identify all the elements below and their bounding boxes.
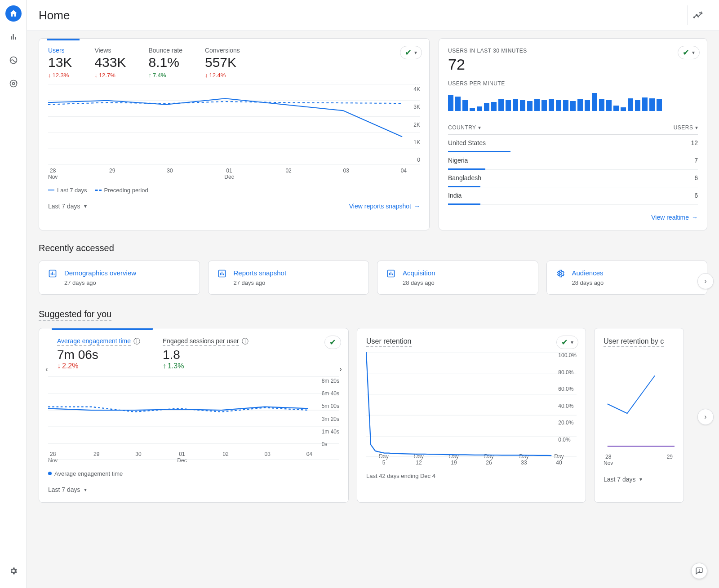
chevron-down-icon: ▾ xyxy=(478,124,481,131)
help-icon[interactable]: ⓘ xyxy=(133,337,140,346)
view-reports-snapshot-link[interactable]: View reports snapshot→ xyxy=(349,203,420,210)
retention-chart: 100.0%80.0%60.0%40.0%20.0%0.0% xyxy=(366,352,577,451)
overview-active-tab-indicator xyxy=(47,39,80,40)
chevron-down-icon: ▾ xyxy=(571,339,573,345)
recent-card[interactable]: Acquisition28 days ago xyxy=(377,261,538,295)
svg-point-37 xyxy=(699,571,699,572)
sidebar xyxy=(0,0,27,588)
engagement-status-dropdown[interactable]: ✔ xyxy=(324,336,341,349)
svg-point-6 xyxy=(701,13,702,13)
chevron-down-icon: ▾ xyxy=(414,49,417,56)
overview-legend: Last 7 days Preceding period xyxy=(48,187,420,194)
engagement-card: ✔ ‹ › Average engagement time ⓘ 7m 06s ↓… xyxy=(39,328,349,503)
sidebar-advertising-icon[interactable] xyxy=(5,52,22,68)
retention-title: User retention xyxy=(366,337,577,347)
avg-engagement-delta: ↓2.2% xyxy=(57,362,140,370)
engagement-legend: Average engagement time xyxy=(48,470,339,477)
chevron-right-icon: › xyxy=(704,413,706,421)
recent-card[interactable]: Demographics overview27 days ago xyxy=(39,261,200,295)
retention-card: ✔ ▾ User retention 100.0%80.0%60.0%40.0%… xyxy=(357,328,586,503)
arrow-right-icon: → xyxy=(414,203,420,210)
users-per-minute-title: USERS PER MINUTE xyxy=(448,80,698,87)
retention-by-cohort-card: User retention by c 28Nov29 Last 7 days▾ xyxy=(594,328,684,503)
realtime-row[interactable]: India6 xyxy=(448,187,698,205)
overview-date-range-dropdown[interactable]: Last 7 days▾ xyxy=(48,203,87,210)
topbar: Home xyxy=(27,0,719,31)
engagement-chart: 8m 20s6m 40s5m 00s3m 20s1m 40s0s xyxy=(48,376,339,448)
overview-card: ✔ ▾ Users13K↓12.3%Views433K↓12.7%Bounce … xyxy=(39,38,430,230)
engaged-sessions-label[interactable]: Engaged sessions per user ⓘ xyxy=(163,337,249,346)
sidebar-settings-icon[interactable] xyxy=(5,563,22,579)
retention2-date-range-dropdown[interactable]: Last 7 days▾ xyxy=(604,476,642,483)
realtime-value: 72 xyxy=(448,56,698,73)
overview-chart: 4K3K2K1K0 xyxy=(48,84,420,165)
chevron-down-icon: ▾ xyxy=(692,49,695,56)
realtime-card: ✔ ▾ USERS IN LAST 30 MINUTES 72 USERS PE… xyxy=(439,38,707,230)
suggested-next-button[interactable]: › xyxy=(697,409,714,425)
bar-icon xyxy=(217,269,227,280)
chevron-down-icon: ▾ xyxy=(84,203,87,209)
users-column-header[interactable]: USERS▾ xyxy=(674,124,698,131)
realtime-title: USERS IN LAST 30 MINUTES xyxy=(448,48,698,54)
check-circle-icon: ✔ xyxy=(329,338,336,346)
engagement-active-tab-indicator xyxy=(52,328,153,330)
recent-card[interactable]: Audiences28 days ago xyxy=(546,261,708,295)
suggested-heading: Suggested for you xyxy=(39,309,707,321)
legend-preceding: Preceding period xyxy=(104,187,148,194)
svg-point-4 xyxy=(696,14,697,15)
arrow-right-icon: → xyxy=(692,214,698,221)
feedback-button[interactable] xyxy=(691,563,707,579)
engaged-sessions-value: 1.8 xyxy=(163,348,249,362)
avg-engagement-value: 7m 06s xyxy=(57,348,140,362)
sidebar-reports-icon[interactable] xyxy=(5,29,22,45)
svg-point-2 xyxy=(12,83,14,85)
page-title: Home xyxy=(39,9,70,22)
svg-point-3 xyxy=(693,17,694,18)
engagement-next-button[interactable]: › xyxy=(336,364,346,374)
overview-metric-views[interactable]: Views433K↓12.7% xyxy=(94,47,126,79)
chevron-right-icon: › xyxy=(704,277,706,285)
overview-status-dropdown[interactable]: ✔ ▾ xyxy=(400,46,422,59)
retention-footer: Last 42 days ending Dec 4 xyxy=(366,473,577,479)
retention-status-dropdown[interactable]: ✔ ▾ xyxy=(556,336,578,349)
legend-last7: Last 7 days xyxy=(57,187,87,194)
recent-card[interactable]: Reports snapshot27 days ago xyxy=(208,261,369,295)
sidebar-home-icon[interactable] xyxy=(5,5,22,22)
view-realtime-link[interactable]: View realtime→ xyxy=(651,214,698,221)
check-circle-icon: ✔ xyxy=(561,338,568,346)
realtime-status-dropdown[interactable]: ✔ ▾ xyxy=(678,46,700,59)
sidebar-explore-icon[interactable] xyxy=(5,75,22,92)
engagement-prev-button[interactable]: ‹ xyxy=(42,364,52,374)
check-circle-icon: ✔ xyxy=(405,49,412,57)
chevron-down-icon: ▾ xyxy=(695,124,698,131)
engaged-sessions-delta: ↑1.3% xyxy=(163,362,249,370)
realtime-row[interactable]: Bangladesh6 xyxy=(448,170,698,187)
retention2-chart xyxy=(604,352,675,451)
recently-accessed-heading: Recently accessed xyxy=(39,243,707,253)
country-column-header[interactable]: COUNTRY▾ xyxy=(448,124,481,131)
overview-metric-bounce-rate[interactable]: Bounce rate8.1%↑7.4% xyxy=(148,47,182,79)
realtime-row[interactable]: Nigeria7 xyxy=(448,152,698,170)
users-per-minute-chart xyxy=(448,91,698,111)
bar-icon xyxy=(47,269,58,280)
engagement-date-range-dropdown[interactable]: Last 7 days▾ xyxy=(48,486,87,493)
recent-next-button[interactable]: › xyxy=(697,273,714,289)
overview-metric-users[interactable]: Users13K↓12.3% xyxy=(48,47,72,79)
realtime-row[interactable]: United States12 xyxy=(448,135,698,152)
help-icon[interactable]: ⓘ xyxy=(242,337,249,346)
overview-metric-conversions[interactable]: Conversions557K↓12.4% xyxy=(205,47,240,79)
gear-icon xyxy=(555,269,566,280)
check-circle-icon: ✔ xyxy=(683,49,689,57)
avg-engagement-label[interactable]: Average engagement time ⓘ xyxy=(57,337,140,346)
retention2-title: User retention by c xyxy=(604,337,675,347)
svg-point-24 xyxy=(559,273,561,275)
bar-icon xyxy=(386,269,396,280)
insights-icon[interactable] xyxy=(688,5,707,25)
svg-point-5 xyxy=(697,16,698,17)
